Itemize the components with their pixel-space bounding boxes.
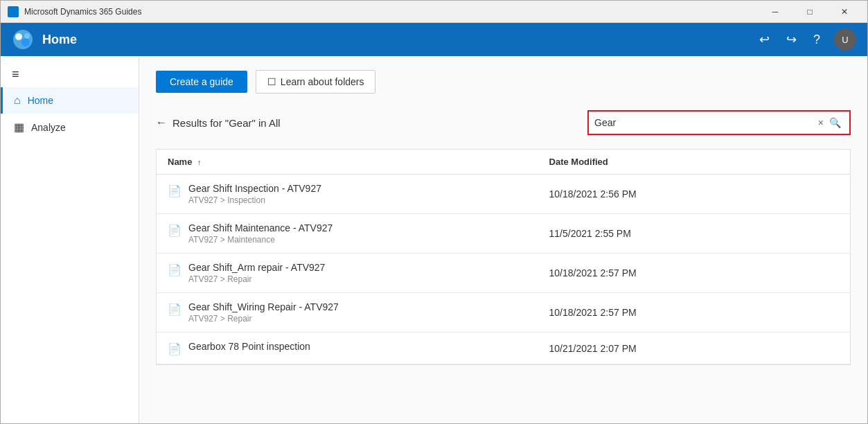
table-cell-name: 📄 Gear Shift Maintenance - ATV927 ATV927… [157, 214, 538, 254]
row-document-icon: 📄 [168, 184, 181, 197]
close-button[interactable]: ✕ [829, 1, 860, 23]
search-icon: 🔍 [829, 117, 841, 128]
table-cell-name: 📄 Gear Shift_Wiring Repair - ATV927 ATV9… [157, 293, 538, 333]
item-path: ATV927 > Inspection [188, 195, 321, 205]
back-arrow-icon[interactable]: ← [156, 116, 167, 129]
results-label: ← Results for "Gear" in All [156, 116, 281, 129]
window-controls: ─ □ ✕ [759, 1, 860, 23]
table-cell-date: 10/18/2021 2:57 PM [538, 293, 850, 333]
sidebar-item-home[interactable]: ⌂ Home [1, 87, 139, 114]
item-path: ATV927 > Repair [188, 314, 339, 324]
table-cell-name: 📄 Gear Shift_Arm repair - ATV927 ATV927 … [157, 254, 538, 293]
title-bar: Microsoft Dynamics 365 Guides ─ □ ✕ [1, 1, 867, 23]
item-name: Gear Shift Inspection - ATV927 [188, 183, 321, 194]
app-header: Home ↩ ↪ ? U [1, 23, 867, 56]
learn-folders-label: Learn about folders [281, 76, 364, 87]
row-document-icon: 📄 [168, 263, 181, 276]
svg-rect-0 [9, 8, 17, 16]
results-table-container: Name ↑ Date Modified 📄 Gear Shift Inspec… [156, 149, 851, 365]
search-box: × 🔍 [587, 110, 851, 135]
sidebar-item-analyze[interactable]: ▦ Analyze [1, 114, 139, 141]
app-body: ≡ ⌂ Home ▦ Analyze Create a guide ☐ Lear… [1, 56, 867, 423]
analyze-icon: ▦ [14, 121, 24, 134]
menu-toggle-button[interactable]: ≡ [1, 62, 139, 87]
app-logo [12, 28, 34, 51]
app-title: Home [42, 33, 756, 47]
table-row[interactable]: 📄 Gearbox 78 Point inspection 10/21/2021… [157, 333, 850, 364]
main-content: Create a guide ☐ Learn about folders ← R… [139, 56, 867, 423]
window-title: Microsoft Dynamics 365 Guides [24, 7, 759, 17]
sidebar: ≡ ⌂ Home ▦ Analyze [1, 56, 139, 423]
search-input[interactable] [594, 117, 815, 128]
search-submit-button[interactable]: 🔍 [826, 117, 844, 128]
help-button[interactable]: ? [811, 30, 823, 50]
sidebar-item-analyze-label: Analyze [31, 122, 66, 133]
row-document-icon: 📄 [168, 303, 181, 316]
item-path: ATV927 > Maintenance [188, 235, 333, 245]
table-row[interactable]: 📄 Gear Shift_Wiring Repair - ATV927 ATV9… [157, 293, 850, 333]
sidebar-item-home-label: Home [28, 95, 53, 106]
svg-point-3 [21, 38, 30, 46]
table-cell-name: 📄 Gearbox 78 Point inspection [157, 333, 538, 364]
table-cell-date: 10/18/2021 2:56 PM [538, 175, 850, 214]
table-cell-date: 10/18/2021 2:57 PM [538, 254, 850, 293]
avatar[interactable]: U [834, 28, 856, 51]
undo-button[interactable]: ↩ [756, 29, 772, 50]
item-path: ATV927 > Repair [188, 274, 325, 284]
item-name: Gear Shift_Wiring Repair - ATV927 [188, 301, 339, 312]
col-date-header[interactable]: Date Modified [538, 150, 850, 175]
create-guide-button[interactable]: Create a guide [156, 71, 247, 93]
learn-folders-icon: ☐ [267, 76, 276, 87]
results-table: Name ↑ Date Modified 📄 Gear Shift Inspec… [157, 150, 850, 364]
table-header-row: Name ↑ Date Modified [157, 150, 850, 175]
item-name: Gear Shift_Arm repair - ATV927 [188, 262, 325, 273]
maximize-button[interactable]: □ [794, 1, 826, 23]
sort-arrow-icon: ↑ [197, 158, 202, 166]
results-text: Results for "Gear" in All [172, 117, 281, 129]
header-actions: ↩ ↪ ? U [756, 28, 856, 51]
table-cell-name: 📄 Gear Shift Inspection - ATV927 ATV927 … [157, 175, 538, 214]
search-clear-button[interactable]: × [815, 117, 826, 128]
row-document-icon: 📄 [168, 342, 181, 355]
action-bar: Create a guide ☐ Learn about folders [156, 70, 851, 94]
table-row[interactable]: 📄 Gear Shift_Arm repair - ATV927 ATV927 … [157, 254, 850, 293]
item-name: Gear Shift Maintenance - ATV927 [188, 222, 333, 233]
redo-button[interactable]: ↪ [783, 29, 799, 50]
row-document-icon: 📄 [168, 224, 181, 237]
svg-point-4 [24, 33, 30, 39]
table-cell-date: 11/5/2021 2:55 PM [538, 214, 850, 254]
table-row[interactable]: 📄 Gear Shift Inspection - ATV927 ATV927 … [157, 175, 850, 214]
svg-point-2 [15, 33, 22, 40]
col-name-header[interactable]: Name ↑ [157, 150, 538, 175]
table-cell-date: 10/21/2021 2:07 PM [538, 333, 850, 364]
app-icon [8, 6, 19, 17]
item-name: Gearbox 78 Point inspection [188, 341, 310, 352]
table-row[interactable]: 📄 Gear Shift Maintenance - ATV927 ATV927… [157, 214, 850, 254]
learn-folders-button[interactable]: ☐ Learn about folders [256, 70, 376, 94]
home-icon: ⌂ [14, 94, 21, 107]
table-body: 📄 Gear Shift Inspection - ATV927 ATV927 … [157, 175, 850, 364]
minimize-button[interactable]: ─ [759, 1, 791, 23]
search-results-bar: ← Results for "Gear" in All × 🔍 [156, 110, 851, 135]
